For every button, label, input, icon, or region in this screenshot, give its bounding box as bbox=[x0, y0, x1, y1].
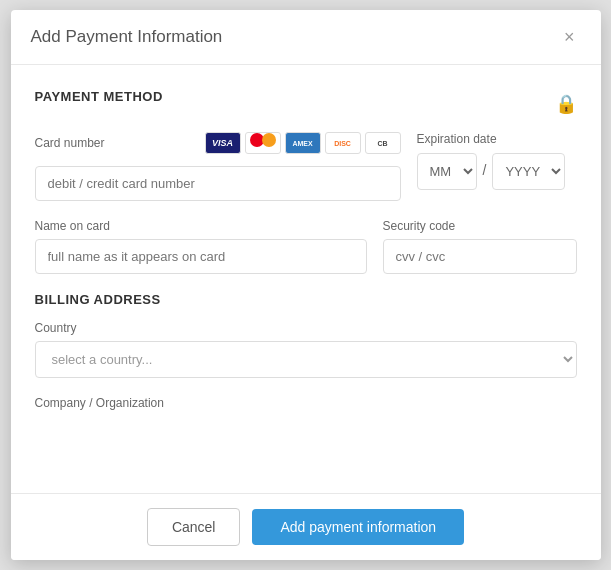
name-on-card-label: Name on card bbox=[35, 219, 367, 233]
company-label: Company / Organization bbox=[35, 396, 577, 410]
security-code-input[interactable] bbox=[383, 239, 577, 274]
card-number-input[interactable] bbox=[35, 166, 401, 201]
card-number-group: Card number VISA AMEX DISC CB bbox=[35, 132, 401, 201]
amex-icon: AMEX bbox=[285, 132, 321, 154]
expiry-separator: / bbox=[477, 152, 493, 190]
lock-icon: 🔒 bbox=[555, 93, 577, 115]
discover-icon: DISC bbox=[325, 132, 361, 154]
submit-button[interactable]: Add payment information bbox=[252, 509, 464, 545]
country-select[interactable]: select a country... bbox=[35, 341, 577, 378]
mastercard-icon bbox=[245, 132, 281, 154]
modal-header: Add Payment Information × bbox=[11, 10, 601, 65]
close-button[interactable]: × bbox=[558, 26, 581, 48]
expiry-month-select[interactable]: MM bbox=[417, 153, 477, 190]
visa-icon: VISA bbox=[205, 132, 241, 154]
cb-icon: CB bbox=[365, 132, 401, 154]
security-code-label: Security code bbox=[383, 219, 577, 233]
security-code-group: Security code bbox=[383, 219, 577, 274]
modal-footer: Cancel Add payment information bbox=[11, 493, 601, 560]
name-security-row: Name on card Security code bbox=[35, 219, 577, 274]
modal-body: PAYMENT METHOD 🔒 Card number VISA bbox=[11, 65, 601, 493]
expiry-group: Expiration date MM / YYYY bbox=[417, 132, 577, 201]
card-number-label: Card number bbox=[35, 136, 105, 150]
card-icons: VISA AMEX DISC CB bbox=[205, 132, 401, 154]
modal-dialog: Add Payment Information × PAYMENT METHOD… bbox=[11, 10, 601, 560]
expiry-inputs: MM / YYYY bbox=[417, 152, 577, 190]
modal-title: Add Payment Information bbox=[31, 27, 223, 47]
country-group: Country select a country... bbox=[35, 321, 577, 378]
company-group: Company / Organization bbox=[35, 396, 577, 416]
name-on-card-input[interactable] bbox=[35, 239, 367, 274]
expiry-label: Expiration date bbox=[417, 132, 577, 146]
payment-method-title: PAYMENT METHOD bbox=[35, 89, 163, 104]
name-on-card-group: Name on card bbox=[35, 219, 367, 274]
card-label-row: Card number VISA AMEX DISC CB bbox=[35, 132, 401, 160]
expiry-year-select[interactable]: YYYY bbox=[492, 153, 565, 190]
payment-method-header: PAYMENT METHOD 🔒 bbox=[35, 89, 577, 118]
billing-address-title: BILLING ADDRESS bbox=[35, 292, 577, 307]
country-label: Country bbox=[35, 321, 577, 335]
card-number-row: Card number VISA AMEX DISC CB bbox=[35, 132, 577, 201]
cancel-button[interactable]: Cancel bbox=[147, 508, 241, 546]
